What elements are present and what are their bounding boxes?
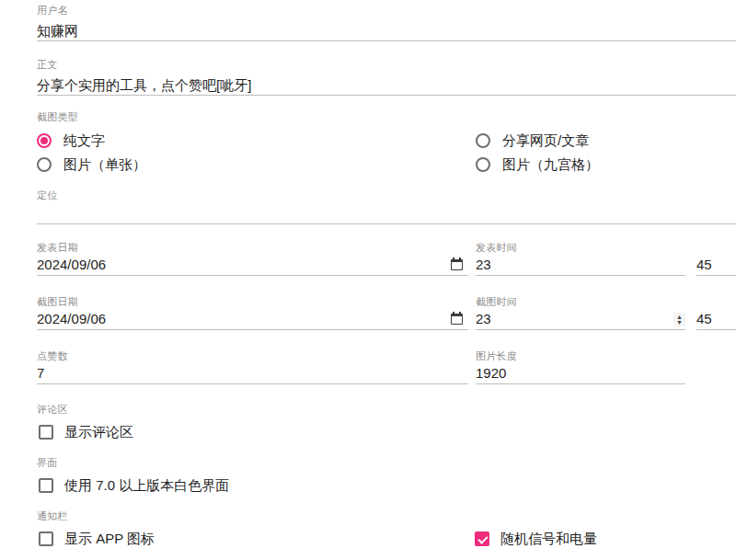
calendar-icon[interactable] <box>451 259 463 270</box>
likes-label: 点赞数 <box>37 350 468 362</box>
checkbox-show-app-icon[interactable]: 显示 APP 图标 <box>39 531 155 547</box>
capture-date-value: 2024/09/06 <box>37 311 106 326</box>
checkbox-icon[interactable] <box>39 531 53 546</box>
capture-date-input[interactable]: 2024/09/06 <box>37 308 468 330</box>
calendar-icon[interactable] <box>451 314 463 325</box>
radio-option-label: 分享网页/文章 <box>502 132 589 149</box>
publish-time-label: 发表时间 <box>476 242 685 254</box>
username-label: 用户名 <box>37 5 736 17</box>
body-text-label: 正文 <box>37 59 736 71</box>
location-input[interactable] <box>37 201 736 224</box>
notification-bar-section-label: 通知栏 <box>37 510 68 522</box>
radio-icon[interactable] <box>37 133 52 148</box>
publish-time-hour-input[interactable]: 23 <box>476 254 685 276</box>
body-text-input[interactable]: 分享个实用的工具，点个赞吧[呲牙] <box>37 75 736 96</box>
publish-time-hour-field: 发表时间 23 <box>476 242 685 276</box>
radio-icon[interactable] <box>476 133 490 148</box>
publish-time-minute-field: 45 <box>696 242 736 276</box>
capture-time-hour-value: 23 <box>476 311 491 326</box>
likes-input[interactable]: 7 <box>37 362 468 384</box>
likes-field: 点赞数 7 <box>37 350 468 384</box>
publish-date-label: 发表日期 <box>37 242 468 254</box>
number-spinner[interactable]: ▲▼ <box>673 313 685 326</box>
radio-option-plain-text[interactable]: 纯文字 <box>37 132 105 149</box>
radio-option-label: 图片（单张） <box>63 156 146 173</box>
checkbox-icon[interactable] <box>475 531 489 546</box>
checkbox-icon[interactable] <box>39 478 53 493</box>
capture-time-hour-field: 截图时间 23 ▲▼ <box>476 296 685 330</box>
radio-option-grid-images[interactable]: 图片（九宫格） <box>476 156 599 173</box>
location-field: 定位 <box>37 189 736 224</box>
checkbox-label: 显示 APP 图标 <box>64 531 155 547</box>
body-text-field: 正文 分享个实用的工具，点个赞吧[呲牙] <box>37 59 736 96</box>
publish-date-field: 发表日期 2024/09/06 <box>37 242 468 276</box>
checkbox-icon[interactable] <box>39 425 53 440</box>
username-field: 用户名 知赚网 <box>37 5 736 41</box>
screenshot-type-label: 截图类型 <box>37 111 78 123</box>
capture-date-field: 截图日期 2024/09/06 <box>37 296 468 330</box>
checkbox-show-comments[interactable]: 显示评论区 <box>39 424 133 440</box>
capture-date-label: 截图日期 <box>37 296 468 308</box>
checkbox-white-ui[interactable]: 使用 7.0 以上版本白色界面 <box>39 477 229 494</box>
radio-option-label: 纯文字 <box>63 132 105 149</box>
publish-date-value: 2024/09/06 <box>37 257 106 272</box>
image-length-input[interactable]: 1920 <box>476 362 685 384</box>
radio-icon[interactable] <box>37 157 52 172</box>
ui-section-label: 界面 <box>37 457 57 469</box>
capture-time-label: 截图时间 <box>476 296 685 308</box>
radio-option-share-webpage[interactable]: 分享网页/文章 <box>476 132 589 149</box>
radio-option-single-image[interactable]: 图片（单张） <box>37 156 146 173</box>
spinner-down-icon[interactable]: ▼ <box>676 320 683 326</box>
checkbox-label: 显示评论区 <box>64 424 133 440</box>
image-length-field: 图片长度 1920 <box>476 350 685 384</box>
username-input[interactable]: 知赚网 <box>37 21 736 41</box>
comments-section-label: 评论区 <box>37 404 68 416</box>
publish-time-minute-input[interactable]: 45 <box>696 254 736 276</box>
capture-time-minute-input[interactable]: 45 <box>696 308 736 330</box>
image-length-label: 图片长度 <box>476 350 685 362</box>
radio-icon[interactable] <box>476 157 490 172</box>
capture-time-minute-field: 45 <box>696 296 736 330</box>
radio-option-label: 图片（九宫格） <box>502 156 599 173</box>
checkbox-label: 随机信号和电量 <box>500 531 597 547</box>
checkbox-label: 使用 7.0 以上版本白色界面 <box>64 477 229 494</box>
checkbox-random-signal-battery[interactable]: 随机信号和电量 <box>475 531 597 547</box>
location-label: 定位 <box>37 189 736 201</box>
capture-time-hour-input[interactable]: 23 ▲▼ <box>476 308 685 330</box>
publish-date-input[interactable]: 2024/09/06 <box>37 254 468 276</box>
